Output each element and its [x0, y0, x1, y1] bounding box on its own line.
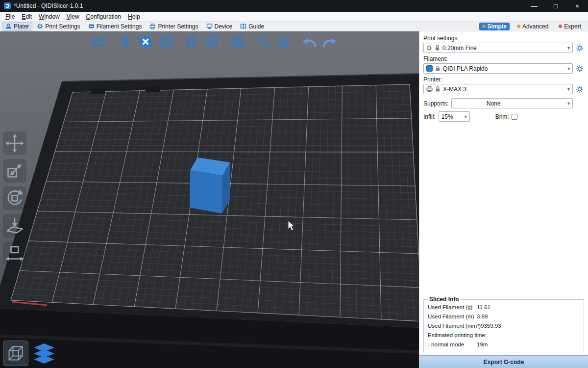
- menu-view[interactable]: View: [63, 13, 83, 21]
- filament-icon: [88, 23, 95, 29]
- rotate-icon: [5, 188, 24, 208]
- open-icon: [92, 34, 107, 49]
- 3d-editor-view-button[interactable]: [3, 341, 28, 366]
- copy-button[interactable]: [183, 33, 200, 50]
- expert-mode-dot-icon: [559, 25, 562, 28]
- menu-edit[interactable]: Edit: [18, 13, 35, 21]
- supports-combo[interactable]: None ▾: [451, 98, 573, 108]
- tab-guide[interactable]: Guide: [237, 22, 268, 31]
- chevron-down-icon: ▾: [567, 66, 570, 71]
- chevron-down-icon: ▾: [465, 114, 467, 119]
- window-controls: — □ ×: [523, 0, 588, 12]
- tab-printer-settings[interactable]: Printer Settings: [146, 22, 201, 31]
- view-toggle-bar: [3, 341, 57, 366]
- close-button[interactable]: ×: [566, 0, 588, 12]
- lock-icon: [435, 45, 440, 51]
- delete-all-icon: [138, 34, 153, 49]
- variable-layer-height-icon: [276, 34, 291, 49]
- variable-layer-height-button[interactable]: [275, 33, 292, 50]
- menu-file[interactable]: File: [2, 13, 18, 21]
- window-title: *Untitled - QIDISlicer-1.0.1: [14, 2, 83, 9]
- mode-switcher: Simple Advanced Expert: [479, 23, 588, 30]
- export-gcode-button[interactable]: Export G-code: [419, 355, 588, 368]
- bed-clip: [90, 88, 106, 94]
- brim-label: Brim:: [495, 113, 509, 120]
- arrange-button[interactable]: [158, 33, 174, 50]
- device-icon: [206, 23, 213, 29]
- split-button[interactable]: [229, 33, 246, 50]
- delete-all-button[interactable]: [137, 33, 154, 50]
- scale-tool-button[interactable]: [3, 159, 26, 183]
- measure-icon: [5, 243, 24, 263]
- title-bar: *Untitled - QIDISlicer-1.0.1 — □ ×: [0, 0, 588, 12]
- tab-print-settings[interactable]: Print Settings: [33, 22, 83, 31]
- sliced-info-label: Used Filament (g): [428, 303, 477, 312]
- settings-sidebar: Print settings: 0.20mm Fine ▾ Filament: …: [419, 31, 588, 368]
- edit-filament-button[interactable]: [575, 64, 584, 73]
- sliced-info-value: 3.89: [477, 312, 488, 321]
- search-button[interactable]: [255, 33, 271, 50]
- scale-icon: [5, 161, 24, 181]
- menu-help[interactable]: Help: [124, 13, 144, 21]
- edit-printer-button[interactable]: [575, 85, 584, 94]
- redo-button[interactable]: [321, 33, 338, 50]
- preview-layers-view-button[interactable]: [31, 341, 57, 366]
- mode-simple[interactable]: Simple: [479, 23, 510, 30]
- printer-icon: [149, 23, 156, 29]
- paste-button[interactable]: [204, 33, 220, 50]
- sliced-info-panel: Sliced Info Used Filament (g)11.61 Used …: [423, 296, 584, 352]
- undo-icon: [301, 34, 318, 49]
- lock-icon: [435, 86, 441, 92]
- delete-button[interactable]: [117, 33, 133, 50]
- mode-advanced[interactable]: Advanced: [514, 23, 551, 30]
- menu-window[interactable]: Window: [35, 13, 63, 21]
- filament-color-swatch: [426, 65, 433, 72]
- mode-label: Simple: [488, 23, 507, 30]
- infill-combo[interactable]: 15% ▾: [439, 111, 470, 122]
- gear-icon: [576, 65, 584, 73]
- mode-label: Expert: [564, 23, 581, 30]
- paste-icon: [205, 34, 220, 49]
- place-on-face-tool-button[interactable]: [3, 214, 26, 237]
- rotate-tool-button[interactable]: [3, 186, 26, 210]
- move-tool-button[interactable]: [3, 131, 26, 155]
- tab-device[interactable]: Device: [203, 22, 236, 31]
- simple-mode-dot-icon: [482, 25, 486, 28]
- filament-combo[interactable]: QIDI PLA Rapido ▾: [423, 63, 573, 74]
- minimize-button[interactable]: —: [523, 0, 545, 12]
- 3d-viewport[interactable]: [0, 31, 419, 368]
- supports-label: Supports:: [423, 100, 448, 107]
- model-cube[interactable]: [190, 158, 230, 213]
- move-icon: [5, 133, 24, 153]
- tab-label: Guide: [248, 23, 264, 30]
- maximize-button[interactable]: □: [545, 0, 566, 12]
- undo-button[interactable]: [301, 33, 318, 50]
- printer-combo[interactable]: X-MAX 3 ▾: [423, 84, 573, 94]
- mode-expert[interactable]: Expert: [556, 23, 584, 30]
- tab-plater[interactable]: Plater: [2, 22, 32, 31]
- tab-filament-settings[interactable]: Filament Settings: [85, 22, 146, 31]
- redo-icon: [321, 34, 338, 49]
- advanced-mode-dot-icon: [517, 25, 520, 28]
- chevron-down-icon: ▾: [567, 86, 570, 92]
- gear-icon: [576, 44, 584, 52]
- viewport-toolbar: [91, 33, 338, 50]
- sliced-info-value: 11.61: [477, 303, 490, 312]
- copy-icon: [184, 34, 199, 49]
- brim-checkbox[interactable]: [512, 114, 517, 120]
- measure-tool-button[interactable]: [3, 241, 26, 265]
- sliced-info-value: 19m: [477, 340, 488, 349]
- open-button[interactable]: [91, 33, 108, 50]
- print-settings-combo[interactable]: 0.20mm Fine ▾: [423, 43, 573, 53]
- chevron-down-icon: ▾: [567, 101, 570, 106]
- tab-label: Device: [215, 23, 233, 30]
- gizmo-toolbar: [3, 131, 26, 265]
- tab-label: Plater: [14, 23, 29, 30]
- menu-configuration[interactable]: Configuration: [83, 13, 124, 21]
- edit-print-settings-button[interactable]: [575, 44, 584, 53]
- preview-layers-icon: [33, 343, 55, 364]
- filament-label: Filament:: [423, 55, 584, 62]
- menu-bar: File Edit Window View Configuration Help: [0, 12, 588, 22]
- supports-value: None: [487, 100, 501, 107]
- chevron-down-icon: ▾: [567, 45, 570, 51]
